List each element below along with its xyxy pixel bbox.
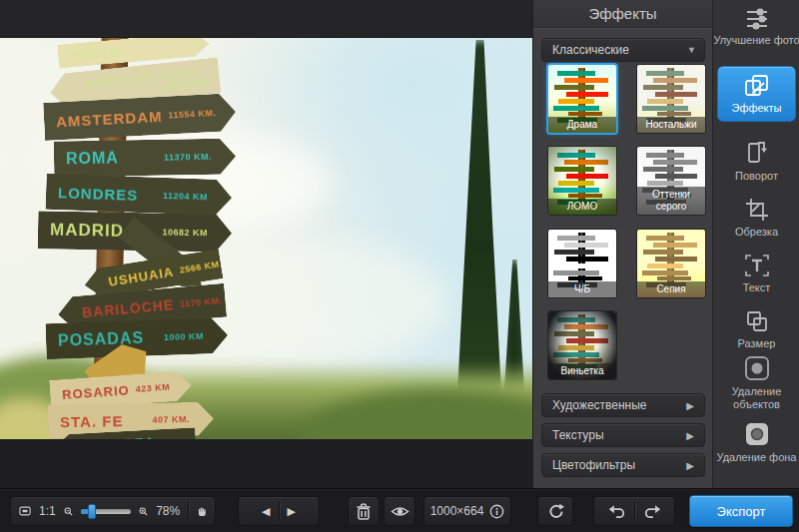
object-removal-icon [744, 355, 770, 381]
section-artistic[interactable]: Художественные ▶ [541, 393, 705, 417]
fit-to-screen-icon[interactable] [19, 503, 31, 519]
sidebar-item-enhance[interactable]: Улучшение фото [713, 8, 799, 47]
resize-icon [745, 309, 769, 333]
zoom-percent-value: 78% [156, 504, 180, 518]
effects-icon [744, 74, 770, 98]
zoom-out-icon[interactable] [64, 504, 73, 519]
undo-redo-group [593, 496, 675, 526]
zoom-slider[interactable] [81, 509, 131, 514]
effect-thumb-bw[interactable]: Ч/Б [548, 230, 616, 297]
previous-photo-button[interactable]: ◀ [262, 505, 270, 518]
zoom-in-icon[interactable] [139, 504, 148, 519]
sidebar-item-background-removal[interactable]: Удаление фона [713, 421, 799, 464]
sidebar-item-crop[interactable]: Обрезка [713, 198, 799, 239]
photo-editor-window: TOKYO NONO ISLAS SANTA 13618 KM AMSTERDA… [0, 0, 799, 532]
bottom-toolbar: 1:1 78% [0, 488, 799, 532]
sliders-icon [743, 8, 771, 30]
chevron-right-icon: ▶ [686, 400, 694, 411]
hand-tool-icon[interactable] [197, 503, 207, 520]
effect-thumb-lomo[interactable]: ЛОМО [548, 147, 616, 215]
before-after-button[interactable] [384, 496, 415, 526]
tools-sidebar: Улучшение фото Эффекты Поворот [712, 0, 799, 488]
section-textures[interactable]: Текстуры ▶ [541, 423, 705, 447]
next-photo-button[interactable]: ▶ [288, 505, 296, 518]
background-removal-icon [744, 421, 770, 447]
photo-image: TOKYO NONO ISLAS SANTA 13618 KM AMSTERDA… [0, 38, 532, 439]
export-button[interactable]: Экспорт [689, 495, 793, 527]
sign-londres: LONDRES 11204 KM [45, 174, 232, 216]
text-icon [745, 254, 769, 277]
divider [634, 501, 635, 521]
photo-nav-group: ◀ ▶ [238, 496, 320, 526]
divider [188, 501, 189, 521]
sidebar-item-rotate[interactable]: Поворот [713, 140, 799, 183]
effects-panel: Эффекты Классические ▼ Драма Ностальжи Л… [532, 0, 712, 488]
reset-button[interactable] [537, 496, 573, 526]
sidebar-item-object-removal[interactable]: Удаление объектов [713, 355, 799, 411]
sidebar-item-effects[interactable]: Эффекты [717, 66, 796, 122]
redo-icon[interactable] [643, 503, 661, 519]
effect-thumb-grayscale[interactable]: Оттенки серого [637, 147, 705, 215]
image-dimensions-value: 1000×664 [430, 504, 484, 518]
sidebar-item-resize[interactable]: Размер [713, 309, 799, 350]
effect-category-dropdown[interactable]: Классические ▼ [541, 38, 705, 62]
divider [279, 501, 280, 521]
zoom-controls-group: 1:1 78% [10, 496, 216, 526]
delete-photo-button[interactable] [348, 496, 380, 526]
sidebar-item-text[interactable]: Текст [713, 254, 799, 294]
photo-canvas: TOKYO NONO ISLAS SANTA 13618 KM AMSTERDA… [0, 0, 532, 488]
sign-roma: ROMA 11370 KM. [54, 138, 237, 177]
rotate-icon [745, 140, 769, 166]
effects-panel-title: Эффекты [533, 0, 712, 28]
chevron-down-icon: ▼ [687, 45, 696, 55]
eye-icon [391, 504, 409, 519]
chevron-right-icon: ▶ [686, 430, 694, 441]
effect-category-value: Классические [552, 43, 629, 57]
effect-thumb-vignette[interactable]: Виньетка [548, 311, 616, 379]
effect-thumb-drama[interactable]: Драма [548, 65, 616, 133]
info-icon [489, 504, 504, 519]
effect-thumb-sepia[interactable]: Сепия [637, 230, 705, 297]
trash-icon [355, 502, 373, 521]
crop-icon [745, 198, 769, 222]
effect-thumb-nostalgia[interactable]: Ностальжи [637, 65, 705, 133]
image-size-button[interactable]: 1000×664 [423, 496, 511, 526]
zoom-slider-knob[interactable] [88, 504, 96, 519]
canvas-top-strip [0, 0, 532, 38]
section-color-filters[interactable]: Цветофильтры ▶ [541, 453, 705, 477]
refresh-icon [547, 503, 564, 520]
undo-icon[interactable] [608, 503, 626, 519]
chevron-right-icon: ▶ [686, 460, 694, 471]
actual-size-button[interactable]: 1:1 [39, 504, 56, 518]
